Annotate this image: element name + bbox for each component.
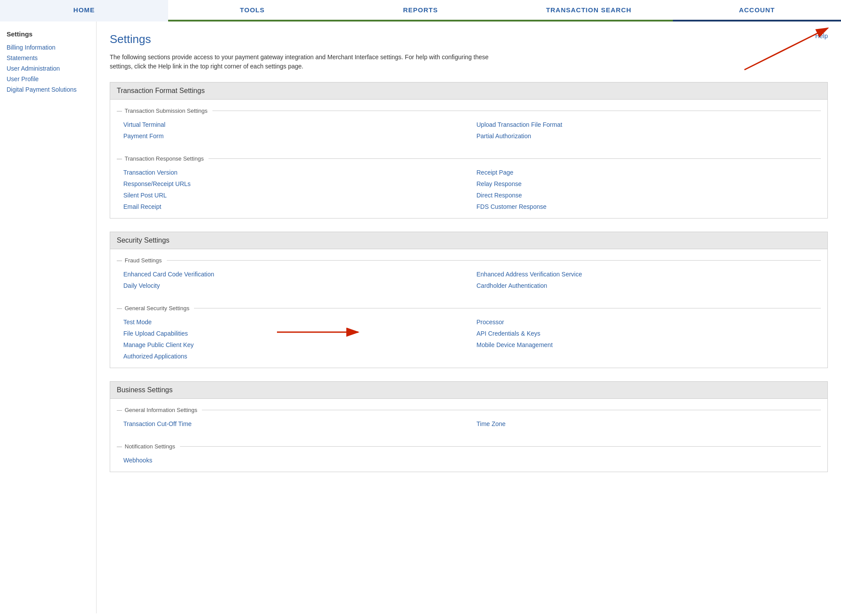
sidebar-link-user-profile[interactable]: User Profile xyxy=(7,74,90,84)
link-transaction-version[interactable]: Transaction Version xyxy=(123,168,468,177)
link-manage-public-client-key[interactable]: Manage Public Client Key xyxy=(123,340,468,350)
page-title: Settings xyxy=(110,32,828,46)
general-info-links: Transaction Cut-Off Time Time Zone xyxy=(117,417,821,433)
sidebar: Settings Billing Information Statements … xyxy=(0,21,97,613)
notification-subsection: Notification Settings Webhooks xyxy=(110,435,827,472)
transaction-response-title: Transaction Response Settings xyxy=(117,155,821,162)
general-security-links: Test Mode Processor File Upload Capabili… xyxy=(117,315,821,365)
link-partial-authorization[interactable]: Partial Authorization xyxy=(477,131,821,141)
notification-links: Webhooks xyxy=(117,453,821,469)
fraud-links: Enhanced Card Code Verification Enhanced… xyxy=(117,267,821,295)
link-enhanced-card-code[interactable]: Enhanced Card Code Verification xyxy=(123,269,468,279)
sidebar-title: Settings xyxy=(7,30,90,38)
link-time-zone[interactable]: Time Zone xyxy=(477,419,821,429)
transaction-submission-title: Transaction Submission Settings xyxy=(117,107,821,114)
link-daily-velocity[interactable]: Daily Velocity xyxy=(123,281,468,290)
main-content: Help Settings The following sections pro… xyxy=(97,21,841,613)
transaction-response-links: Transaction Version Receipt Page Respons… xyxy=(117,165,821,216)
link-enhanced-address-verification[interactable]: Enhanced Address Verification Service xyxy=(477,269,821,279)
nav-transaction-search[interactable]: TRANSACTION SEARCH xyxy=(505,0,673,21)
link-transaction-cutoff[interactable]: Transaction Cut-Off Time xyxy=(123,419,468,429)
link-virtual-terminal[interactable]: Virtual Terminal xyxy=(123,120,468,129)
link-webhooks[interactable]: Webhooks xyxy=(123,455,468,465)
nav-tools[interactable]: TOOLS xyxy=(168,0,336,21)
notification-title: Notification Settings xyxy=(117,443,821,450)
fraud-subsection: Fraud Settings Enhanced Card Code Verifi… xyxy=(110,249,827,297)
business-section: Business Settings General Information Se… xyxy=(110,381,828,472)
link-file-upload-capabilities[interactable]: File Upload Capabilities xyxy=(123,329,468,338)
security-section: Security Settings Fraud Settings Enhance… xyxy=(110,232,828,368)
nav-reports[interactable]: REPORTS xyxy=(336,0,504,21)
general-info-title: General Information Settings xyxy=(117,407,821,413)
nav-bar: HOME TOOLS REPORTS TRANSACTION SEARCH AC… xyxy=(0,0,841,21)
link-direct-response[interactable]: Direct Response xyxy=(477,190,821,200)
link-test-mode[interactable]: Test Mode xyxy=(123,317,468,327)
top-navigation: HOME TOOLS REPORTS TRANSACTION SEARCH AC… xyxy=(0,0,841,21)
link-email-receipt[interactable]: Email Receipt xyxy=(123,202,468,211)
link-receipt-page[interactable]: Receipt Page xyxy=(477,168,821,177)
business-header: Business Settings xyxy=(110,382,827,399)
transaction-response-subsection: Transaction Response Settings Transactio… xyxy=(110,147,827,218)
help-link[interactable]: Help xyxy=(815,32,828,39)
link-cardholder-authentication[interactable]: Cardholder Authentication xyxy=(477,281,821,290)
fraud-title: Fraud Settings xyxy=(117,257,821,264)
link-api-credentials[interactable]: API Credentials & Keys xyxy=(477,329,821,338)
sidebar-link-statements[interactable]: Statements xyxy=(7,53,90,63)
link-payment-form[interactable]: Payment Form xyxy=(123,131,468,141)
transaction-format-header: Transaction Format Settings xyxy=(110,82,827,100)
link-mobile-device-management[interactable]: Mobile Device Management xyxy=(477,340,821,350)
general-security-title: General Security Settings xyxy=(117,305,821,312)
transaction-submission-links: Virtual Terminal Upload Transaction File… xyxy=(117,118,821,145)
sidebar-link-billing[interactable]: Billing Information xyxy=(7,42,90,53)
sidebar-link-user-admin[interactable]: User Administration xyxy=(7,63,90,74)
sidebar-link-digital-payment[interactable]: Digital Payment Solutions xyxy=(7,84,90,95)
transaction-format-section: Transaction Format Settings Transaction … xyxy=(110,82,828,218)
nav-account[interactable]: ACCOUNT xyxy=(673,0,841,21)
link-silent-post-url[interactable]: Silent Post URL xyxy=(123,190,468,200)
nav-home[interactable]: HOME xyxy=(0,0,168,21)
link-response-receipt-urls[interactable]: Response/Receipt URLs xyxy=(123,179,468,189)
link-upload-transaction[interactable]: Upload Transaction File Format xyxy=(477,120,821,129)
transaction-submission-subsection: Transaction Submission Settings Virtual … xyxy=(110,100,827,147)
main-layout: Settings Billing Information Statements … xyxy=(0,21,841,613)
link-relay-response[interactable]: Relay Response xyxy=(477,179,821,189)
arrow-account-nav xyxy=(709,21,841,74)
general-security-subsection: General Security Settings Test Mode Proc… xyxy=(110,297,827,368)
link-authorized-applications[interactable]: Authorized Applications xyxy=(123,351,468,361)
general-info-subsection: General Information Settings Transaction… xyxy=(110,399,827,435)
link-processor[interactable]: Processor xyxy=(477,317,821,327)
link-fds-customer-response[interactable]: FDS Customer Response xyxy=(477,202,821,211)
security-header: Security Settings xyxy=(110,232,827,249)
page-description: The following sections provide access to… xyxy=(110,53,505,71)
